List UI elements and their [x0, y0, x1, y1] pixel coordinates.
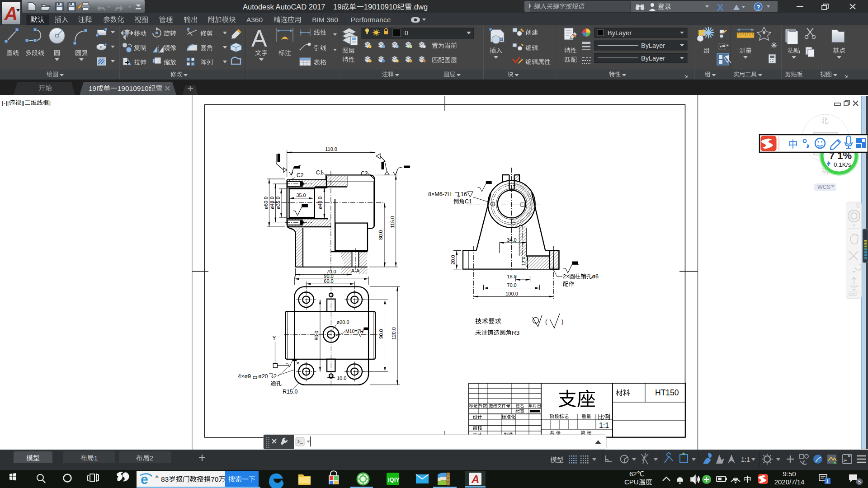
svg-text:1:1: 1:1	[599, 422, 609, 429]
svg-text:R3: R3	[512, 329, 519, 336]
svg-text:C1: C1	[316, 169, 323, 176]
svg-text:ByLayer: ByLayer	[641, 55, 665, 62]
svg-text:20.0: 20.0	[450, 255, 456, 264]
svg-text:ø60.0: ø60.0	[263, 197, 269, 209]
svg-text:Performance: Performance	[351, 16, 391, 23]
svg-text:110.0: 110.0	[325, 146, 337, 152]
svg-text:ByLayer: ByLayer	[641, 42, 665, 49]
svg-text:80.0: 80.0	[378, 230, 383, 239]
svg-text:R15.0: R15.0	[283, 389, 297, 395]
svg-text:19010910: 19010910	[364, 3, 397, 11]
svg-text:90.0: 90.0	[324, 273, 333, 279]
svg-text:ø6: ø6	[592, 273, 599, 280]
svg-text:.dwg: .dwg	[412, 3, 428, 11]
svg-text:70: 70	[211, 475, 219, 483]
svg-text:2: 2	[150, 454, 153, 462]
svg-text:M10=7H: M10=7H	[345, 328, 363, 334]
svg-text:ø48.0: ø48.0	[269, 197, 275, 209]
svg-text:0: 0	[405, 29, 408, 37]
svg-text:2020/7/14: 2020/7/14	[774, 478, 805, 486]
svg-text:1:1: 1:1	[741, 456, 750, 463]
svg-text:A: A	[4, 4, 18, 23]
svg-text:9:50: 9:50	[783, 470, 796, 478]
svg-text:12.0: 12.0	[521, 257, 526, 266]
svg-text:(: (	[545, 318, 547, 325]
svg-text:2: 2	[274, 373, 277, 380]
svg-text:CPU: CPU	[624, 478, 639, 486]
svg-text:A-A: A-A	[351, 268, 360, 273]
svg-text:][: ][	[21, 99, 25, 106]
svg-text:1: 1	[826, 479, 829, 484]
svg-text:iQIY: iQIY	[388, 476, 400, 483]
svg-text:BIM 360: BIM 360	[312, 16, 338, 23]
svg-text:70.0: 70.0	[507, 282, 516, 288]
svg-text:8×M6-7H: 8×M6-7H	[428, 191, 452, 197]
svg-text:Y: Y	[272, 334, 276, 341]
svg-text:WCS: WCS	[817, 184, 830, 190]
svg-text:?: ?	[756, 4, 760, 11]
svg-text:60.0: 60.0	[324, 278, 333, 284]
svg-text:ø40.0: ø40.0	[317, 197, 323, 209]
svg-text:18.0: 18.0	[507, 274, 516, 279]
svg-text:34.0: 34.0	[507, 237, 516, 243]
svg-text:C2: C2	[361, 170, 368, 177]
svg-text:C1: C1	[465, 198, 472, 205]
svg-text:]: ]	[49, 99, 51, 106]
svg-text:ø20: ø20	[258, 373, 268, 380]
svg-text:83: 83	[161, 475, 169, 483]
svg-text:90.0: 90.0	[314, 331, 319, 340]
svg-text:): )	[561, 318, 563, 325]
svg-text:×: ×	[296, 360, 300, 366]
svg-text:2×: 2×	[563, 273, 569, 280]
svg-text:115.0: 115.0	[390, 216, 395, 228]
svg-text:A: A	[251, 25, 267, 52]
svg-text:4×ø9: 4×ø9	[238, 373, 251, 380]
svg-text:19: 19	[89, 84, 96, 92]
svg-text:16: 16	[461, 191, 467, 197]
svg-text:C2: C2	[297, 172, 304, 178]
svg-text:Autodesk AutoCAD 2017: Autodesk AutoCAD 2017	[243, 3, 326, 11]
svg-text:35.0: 35.0	[296, 192, 306, 198]
svg-text:ø20.0: ø20.0	[337, 319, 349, 325]
svg-text:19: 19	[333, 3, 341, 11]
svg-text:90.0: 90.0	[378, 329, 384, 338]
svg-text:ø35.0: ø35.0	[275, 197, 281, 209]
svg-text:ByLayer: ByLayer	[608, 29, 632, 37]
svg-text:120.0: 120.0	[391, 327, 396, 340]
svg-text:A360: A360	[246, 16, 263, 23]
svg-text:19010910: 19010910	[118, 84, 149, 92]
svg-text:X: X	[717, 2, 724, 13]
svg-text:10.0: 10.0	[337, 375, 346, 381]
svg-text:0.1K/s: 0.1K/s	[834, 161, 851, 168]
svg-text:[-][: [-][	[2, 99, 9, 106]
svg-text:A: A	[471, 473, 479, 485]
svg-text:1: 1	[94, 454, 98, 462]
svg-text:+: +	[726, 43, 729, 48]
svg-text:5: 5	[858, 479, 861, 484]
svg-text:62℃: 62℃	[629, 470, 645, 478]
svg-text:HT150: HT150	[655, 388, 679, 397]
svg-text:100.0: 100.0	[505, 291, 518, 296]
